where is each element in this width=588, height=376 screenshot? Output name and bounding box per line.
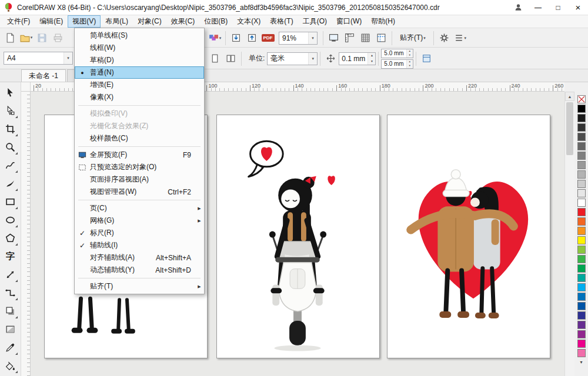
view-menu-item-rulers[interactable]: ✓标尺(R) [75,227,204,239]
ellipse-tool[interactable] [2,212,19,229]
drop-shadow-tool[interactable] [2,303,19,320]
single-page-view-button[interactable] [207,51,223,66]
color-swatch-e6e6e6[interactable] [577,189,586,197]
color-swatch-8dc63f[interactable] [577,246,586,254]
pick-tool[interactable] [2,84,19,101]
document-tab-1[interactable]: 未命名 -1 [21,69,66,82]
page-3[interactable] [387,115,550,358]
view-menu-item-proof-colors[interactable]: 校样颜色(C) [75,132,204,145]
page-2[interactable] [216,115,380,358]
units-combo[interactable]: 毫米 ▾ [267,52,318,65]
facing-pages-view-button[interactable] [223,51,239,66]
color-swatch-00aeef[interactable] [577,283,586,291]
duplicate-distance-x-input[interactable]: 5.0 mm ▲▼ [381,49,413,58]
color-swatch-f7941d[interactable] [577,227,586,235]
duplicate-distance-y-input[interactable]: 5.0 mm ▲▼ [381,59,413,69]
menubar-item-tools[interactable]: 工具(O) [298,15,332,28]
menubar-item-window[interactable]: 窗口(W) [332,15,366,28]
maximize-button[interactable]: □ [548,0,568,15]
vertical-scrollbar[interactable]: ▲ [564,92,574,376]
menubar-item-table[interactable]: 表格(T) [265,15,298,28]
color-swatch-39b54a[interactable] [577,255,586,263]
menubar-item-bitmaps[interactable]: 位图(B) [199,15,232,28]
show-rulers-button[interactable] [342,31,358,46]
view-menu-item-simple-wireframe[interactable]: 简单线框(S) [75,29,204,42]
color-swatch-808080[interactable] [577,152,586,160]
options-button[interactable] [436,31,452,46]
spin-down-icon[interactable]: ▼ [407,64,413,68]
color-swatch-ffffff[interactable] [577,199,586,207]
color-swatch-cccccc[interactable] [577,180,586,188]
vertical-ruler[interactable] [21,92,31,376]
artistic-media-tool[interactable] [2,175,19,192]
ruler-origin[interactable] [21,82,31,92]
connector-tool[interactable] [2,284,19,301]
color-swatch-00a651[interactable] [577,264,586,273]
color-settings-button[interactable]: ▾ [207,31,223,46]
rectangle-tool[interactable] [2,193,19,210]
zoom-tool[interactable] [2,139,19,156]
view-menu-item-normal[interactable]: ●普通(N) [75,66,204,79]
color-swatch-000000[interactable] [577,105,586,113]
scroll-up-icon[interactable]: ▲ [565,92,574,101]
menubar-item-help[interactable]: 帮助(H) [366,15,400,28]
view-menu-item-full-screen-preview[interactable]: 全屏预览(F)F9 [75,149,204,161]
color-swatch-2e3192[interactable] [577,311,586,320]
new-document-button[interactable] [2,30,18,45]
show-guidelines-button[interactable] [373,31,389,46]
paper-size-combo[interactable]: A4 ▾ [4,52,73,65]
application-launcher-button[interactable]: ▾ [452,31,468,46]
spin-down-icon[interactable]: ▼ [407,53,413,58]
menubar-item-effects[interactable]: 效果(C) [166,15,200,28]
import-button[interactable] [228,31,244,46]
menubar-item-file[interactable]: 文件(F) [2,15,35,28]
polygon-tool[interactable] [2,230,19,247]
export-button[interactable] [244,31,260,46]
crop-tool[interactable] [2,120,19,137]
view-menu-item-pixels[interactable]: 像素(X) [75,91,204,103]
color-swatch-00a99d[interactable] [577,274,586,282]
view-menu-item-page[interactable]: 页(C)▶ [75,202,204,214]
view-menu-item-preview-selected-only[interactable]: 只预览选定的对象(O) [75,161,204,173]
zoom-level-combo[interactable]: 91% ▾ [279,32,318,45]
menubar-item-edit[interactable]: 编辑(E) [35,15,68,28]
color-swatch-662d91[interactable] [577,321,586,329]
shape-tool[interactable] [2,102,19,119]
view-menu-item-view-manager[interactable]: 视图管理器(W)Ctrl+F2 [75,186,204,198]
publish-pdf-button[interactable]: PDF [260,31,276,46]
color-swatch-f26522[interactable] [577,217,586,226]
view-menu-item-enhanced[interactable]: 增强(E) [75,79,204,91]
menubar-item-layout[interactable]: 布局(L) [101,15,133,28]
view-menu-item-dynamic-guides[interactable]: 动态辅助线(Y)Alt+Shift+D [75,264,204,276]
view-menu-item-alignment-guides[interactable]: 对齐辅助线(A)Alt+Shift+A [75,251,204,264]
account-icon[interactable] [508,0,528,15]
spin-up-icon[interactable]: ▲ [407,49,413,53]
color-swatch-f06eaa[interactable] [577,349,586,357]
color-swatch-ed1c24[interactable] [577,208,586,216]
menubar-item-text[interactable]: 文本(X) [232,15,265,28]
palette-expand-icon[interactable]: ▾ [580,360,582,365]
menubar-item-object[interactable]: 对象(C) [133,15,166,28]
spin-up-icon[interactable]: ▲ [368,53,375,59]
view-menu-item-grid[interactable]: 网格(G)▶ [75,214,204,227]
minimize-button[interactable]: — [528,0,548,15]
color-swatch-999999[interactable] [577,161,586,169]
view-menu-item-snap-to[interactable]: 贴齐(T)▶ [75,280,204,293]
spin-down-icon[interactable]: ▼ [368,59,375,65]
nudge-offset-input[interactable]: 0.1 mm ▲▼ [339,52,376,65]
docker-toggle-button[interactable] [419,51,435,66]
text-tool[interactable]: 字 [2,248,19,265]
color-swatch-b3b3b3[interactable] [577,170,586,179]
color-eyedropper-tool[interactable] [2,339,19,356]
color-swatch-92278f[interactable] [577,330,586,338]
snap-to-dropdown[interactable]: 贴齐(T) ▾ [396,31,430,45]
color-swatch-1a1a1a[interactable] [577,114,586,122]
open-button[interactable]: ▾ [18,30,34,45]
view-menu-item-guidelines[interactable]: ✓辅助线(I) [75,239,204,251]
color-swatch-0054a6[interactable] [577,302,586,310]
close-button[interactable]: × [568,0,588,15]
spin-up-icon[interactable]: ▲ [407,60,413,64]
freehand-tool[interactable] [2,157,19,174]
color-swatch-666666[interactable] [577,142,586,150]
menubar-item-view[interactable]: 视图(V) [68,15,101,28]
